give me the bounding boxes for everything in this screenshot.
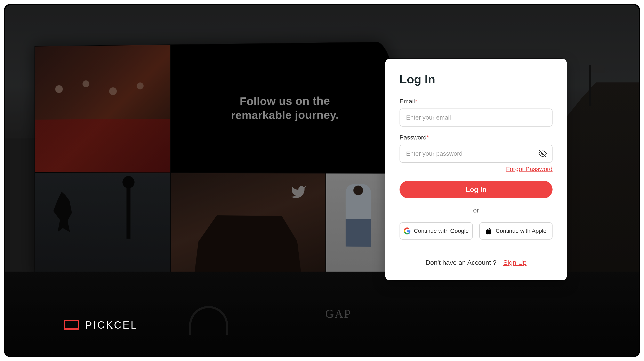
password-field-group: Password* <box>400 134 552 163</box>
forgot-password-link[interactable]: Forgot Password <box>506 166 552 172</box>
password-label: Password* <box>400 134 552 141</box>
continue-with-apple-button[interactable]: Continue with Apple <box>479 222 552 240</box>
email-label: Email* <box>400 98 552 105</box>
app-frame: Follow us on the remarkable journey. GAP <box>4 4 640 357</box>
brand-logo: PICKCEL <box>64 319 138 331</box>
google-button-label: Continue with Google <box>414 228 469 234</box>
apple-button-label: Continue with Apple <box>496 228 546 234</box>
card-divider <box>400 248 552 249</box>
required-mark: * <box>415 98 417 104</box>
required-mark: * <box>426 134 429 141</box>
no-account-text: Don't have an Account ? <box>426 259 496 266</box>
or-divider-text: or <box>400 206 552 214</box>
login-title: Log In <box>400 72 552 86</box>
login-card: Log In Email* Password* Fo <box>385 59 567 280</box>
brand-name: PICKCEL <box>85 319 138 331</box>
forgot-password-row: Forgot Password <box>400 166 552 172</box>
password-input[interactable] <box>400 144 552 163</box>
apple-icon <box>486 228 492 234</box>
social-login-row: Continue with Google Continue with Apple <box>400 222 552 240</box>
continue-with-google-button[interactable]: Continue with Google <box>400 222 473 240</box>
google-icon <box>404 228 410 234</box>
password-label-text: Password <box>400 134 426 141</box>
signup-link[interactable]: Sign Up <box>503 259 526 266</box>
email-label-text: Email <box>400 98 415 104</box>
email-input[interactable] <box>400 108 552 126</box>
eye-off-icon <box>538 150 547 158</box>
brand-mark-icon <box>64 320 79 330</box>
login-submit-button[interactable]: Log In <box>400 181 552 198</box>
password-input-wrap <box>400 144 552 163</box>
signup-row: Don't have an Account ? Sign Up <box>400 259 552 266</box>
toggle-password-visibility-button[interactable] <box>538 149 547 158</box>
email-field-group: Email* <box>400 98 552 126</box>
